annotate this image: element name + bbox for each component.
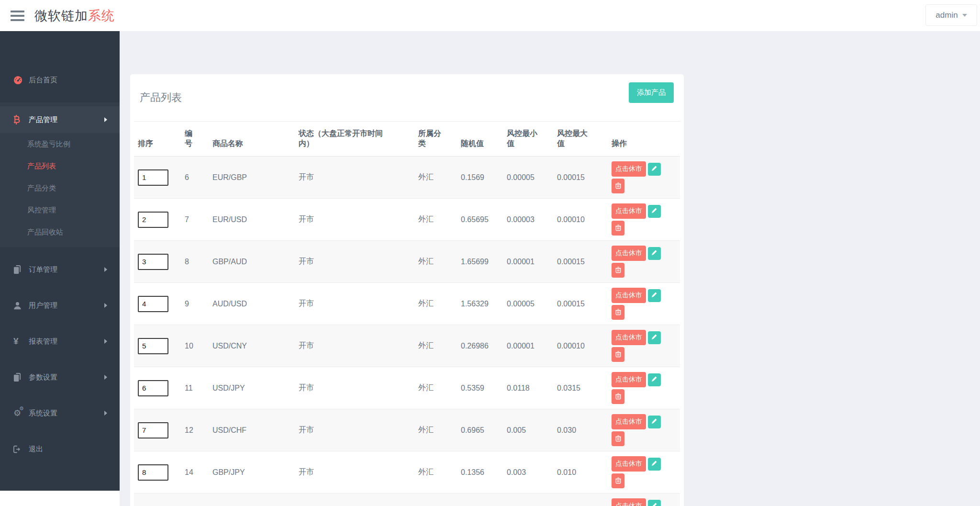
close-market-button[interactable]: 点击休市 bbox=[612, 246, 646, 261]
edit-button[interactable] bbox=[648, 205, 661, 218]
sidebar-subitem-product-recycle[interactable]: 产品回收站 bbox=[0, 221, 120, 243]
delete-button[interactable] bbox=[612, 347, 624, 362]
sidebar-subitem-profit-ratio[interactable]: 系统盈亏比例 bbox=[0, 133, 120, 155]
top-bar: 微软链加系统 admin bbox=[0, 0, 980, 31]
cell-risk-min: 0.003 bbox=[503, 451, 553, 494]
sidebar-item-user-management[interactable]: 用户管理 bbox=[0, 292, 120, 319]
delete-button[interactable] bbox=[612, 263, 624, 278]
cell-id: 12 bbox=[181, 409, 209, 451]
cell-name: USD/JPY bbox=[209, 367, 295, 409]
cell-risk-min: 0.00001 bbox=[503, 325, 553, 367]
col-sort: 排序 bbox=[134, 122, 181, 157]
close-market-button[interactable]: 点击休市 bbox=[612, 498, 646, 506]
cell-random: 0.1569 bbox=[457, 157, 503, 199]
sidebar-subitem-product-list[interactable]: 产品列表 bbox=[0, 155, 120, 177]
close-market-button[interactable]: 点击休市 bbox=[612, 288, 646, 303]
row-actions: 点击休市 bbox=[612, 498, 670, 506]
cell-status bbox=[295, 494, 414, 506]
sidebar-item-system-settings[interactable]: ⚙⚙ 系统设置 bbox=[0, 400, 120, 427]
row-actions: 点击休市 bbox=[612, 456, 670, 488]
sidebar-item-logout[interactable]: 退出 bbox=[0, 436, 120, 462]
table-row: 11 USD/JPY 开市 外汇 0.5359 0.0118 0.0315 点击… bbox=[134, 367, 680, 409]
cell-status: 开市 bbox=[295, 241, 414, 283]
cell-status: 开市 bbox=[295, 325, 414, 367]
delete-button[interactable] bbox=[612, 179, 624, 193]
close-market-button[interactable]: 点击休市 bbox=[612, 372, 646, 387]
delete-button[interactable] bbox=[612, 305, 624, 320]
cell-category: 外汇 bbox=[414, 241, 457, 283]
table-row: 8 GBP/AUD 开市 外汇 1.65699 0.00001 0.00015 … bbox=[134, 241, 680, 283]
cell-random: 0.6965 bbox=[457, 409, 503, 451]
cell-risk-min bbox=[503, 494, 553, 506]
delete-button[interactable] bbox=[612, 389, 624, 404]
sort-input[interactable] bbox=[138, 464, 168, 481]
delete-button[interactable] bbox=[612, 473, 624, 488]
sort-input[interactable] bbox=[138, 338, 168, 354]
pencil-icon bbox=[651, 334, 657, 341]
add-product-button[interactable]: 添加产品 bbox=[629, 82, 674, 103]
edit-button[interactable] bbox=[648, 458, 661, 471]
sort-input[interactable] bbox=[138, 212, 168, 228]
cell-id: 11 bbox=[181, 367, 209, 409]
sidebar-item-product-management[interactable]: 产品管理 bbox=[0, 106, 120, 133]
cell-risk-min: 0.005 bbox=[503, 409, 553, 451]
sort-input[interactable] bbox=[138, 254, 168, 270]
pencil-icon bbox=[651, 292, 657, 299]
sort-input[interactable] bbox=[138, 380, 168, 396]
sidebar-item-label: 参数设置 bbox=[29, 373, 57, 382]
delete-button[interactable] bbox=[612, 431, 624, 446]
files-icon bbox=[13, 265, 29, 274]
close-market-button[interactable]: 点击休市 bbox=[612, 414, 646, 429]
row-actions: 点击休市 bbox=[612, 246, 670, 278]
content-area: 产品列表 添加产品 排序 编 号 商品名称 状态（大盘正常开市时间 内） 所属分… bbox=[120, 31, 980, 506]
trash-icon bbox=[615, 393, 621, 401]
pencil-icon bbox=[651, 502, 657, 506]
sort-input[interactable] bbox=[138, 296, 168, 312]
edit-button[interactable] bbox=[648, 163, 661, 176]
cell-id: 8 bbox=[181, 241, 209, 283]
sort-input[interactable] bbox=[138, 169, 168, 186]
edit-button[interactable] bbox=[648, 289, 661, 302]
sidebar-subitem-risk-management[interactable]: 风控管理 bbox=[0, 199, 120, 221]
cell-name: GBP/JPY bbox=[209, 451, 295, 494]
close-market-button[interactable]: 点击休市 bbox=[612, 456, 646, 472]
cell-risk-max: 0.00015 bbox=[553, 241, 608, 283]
edit-button[interactable] bbox=[648, 373, 661, 386]
sidebar-item-order-management[interactable]: 订单管理 bbox=[0, 256, 120, 283]
bitcoin-icon bbox=[13, 115, 29, 124]
cell-random: 0.5359 bbox=[457, 367, 503, 409]
edit-button[interactable] bbox=[648, 247, 661, 260]
sidebar-subitem-product-category[interactable]: 产品分类 bbox=[0, 177, 120, 199]
edit-button[interactable] bbox=[648, 500, 661, 506]
hamburger-menu-icon[interactable] bbox=[11, 11, 25, 21]
sidebar-item-label: 系统设置 bbox=[29, 409, 57, 418]
col-actions: 操作 bbox=[608, 122, 680, 157]
chevron-right-icon bbox=[104, 375, 107, 380]
sort-input[interactable] bbox=[138, 422, 168, 439]
cell-id: 7 bbox=[181, 199, 209, 241]
edit-button[interactable] bbox=[648, 416, 661, 428]
cell-name: GBP/AUD bbox=[209, 241, 295, 283]
cell-name bbox=[209, 494, 295, 506]
sidebar-item-report-management[interactable]: ¥ 报表管理 bbox=[0, 328, 120, 355]
sidebar: 后台首页 产品管理 系统盈亏比例 产品列表 产品分类 风控管理 产品回收站 订单… bbox=[0, 31, 120, 491]
cell-status: 开市 bbox=[295, 199, 414, 241]
cell-category: 外汇 bbox=[414, 199, 457, 241]
close-market-button[interactable]: 点击休市 bbox=[612, 161, 646, 177]
delete-button[interactable] bbox=[612, 221, 624, 236]
gears-icon: ⚙⚙ bbox=[13, 409, 29, 417]
row-actions: 点击休市 bbox=[612, 330, 670, 362]
cell-risk-max bbox=[553, 494, 608, 506]
cell-id bbox=[181, 494, 209, 506]
cell-status: 开市 bbox=[295, 451, 414, 494]
close-market-button[interactable]: 点击休市 bbox=[612, 330, 646, 345]
user-menu[interactable]: admin bbox=[925, 4, 977, 26]
sidebar-item-dashboard[interactable]: 后台首页 bbox=[0, 67, 120, 93]
logo-accent: 系统 bbox=[88, 9, 115, 23]
sidebar-item-parameter-settings[interactable]: 参数设置 bbox=[0, 364, 120, 391]
col-risk-max: 风控最大 值 bbox=[553, 122, 608, 157]
close-market-button[interactable]: 点击休市 bbox=[612, 203, 646, 219]
trash-icon bbox=[615, 224, 621, 233]
user-icon bbox=[13, 302, 29, 310]
edit-button[interactable] bbox=[648, 331, 661, 344]
